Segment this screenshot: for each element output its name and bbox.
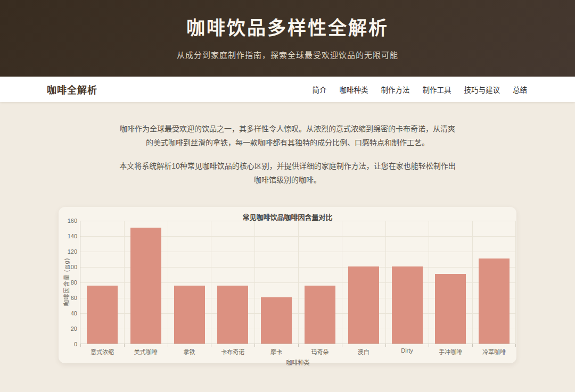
intro-section: 咖啡作为全球最受欢迎的饮品之一，其多样性令人惊叹。从浓烈的意式浓缩到绵密的卡布奇…: [117, 122, 458, 187]
brand-logo[interactable]: 咖啡全解析: [47, 82, 97, 96]
x-axis-tick: [515, 344, 516, 347]
x-category-label: 意式浓缩: [80, 347, 124, 356]
x-category-label: 玛奇朵: [298, 347, 342, 356]
y-tick-label: 100: [55, 264, 77, 270]
gridline-vertical: [211, 221, 211, 344]
x-axis-tick: [211, 344, 211, 347]
x-axis-tick: [80, 344, 81, 347]
x-axis-tick: [298, 344, 299, 347]
x-category-label: 澳白: [342, 347, 385, 356]
y-tick-label: 0: [55, 341, 77, 347]
plot-area: 咖啡因含量 (mg) 咖啡种类 020406080100120140160意式浓…: [80, 221, 515, 344]
y-tick-label: 120: [55, 248, 77, 255]
nav-item-coffee-types[interactable]: 咖啡种类: [340, 84, 368, 95]
x-axis-tick: [124, 344, 125, 347]
page-title: 咖啡饮品多样性全解析: [0, 0, 575, 40]
y-tick-label: 140: [55, 233, 77, 239]
x-axis-tick: [168, 344, 168, 347]
gridline-vertical: [124, 221, 125, 344]
gridline-vertical: [515, 221, 516, 344]
x-category-label: 拿铁: [168, 347, 211, 356]
gridline-vertical: [385, 221, 386, 344]
gridline-vertical: [472, 221, 473, 344]
x-category-label: Dirty: [385, 347, 429, 354]
y-tick-label: 160: [55, 218, 77, 224]
x-category-label: 手冲咖啡: [429, 347, 472, 356]
x-category-label: 摩卡: [254, 347, 298, 356]
x-category-label: 卡布奇诺: [211, 347, 254, 356]
x-category-label: 冷萃咖啡: [472, 347, 516, 356]
x-axis-label: 咖啡种类: [80, 358, 515, 366]
bar-1[interactable]: [87, 286, 118, 344]
intro-paragraph-1: 咖啡作为全球最受欢迎的饮品之一，其多样性令人惊叹。从浓烈的意式浓缩到绵密的卡布奇…: [117, 122, 458, 150]
nav-item-tools[interactable]: 制作工具: [423, 84, 451, 95]
x-axis-tick: [254, 344, 255, 347]
x-axis-tick: [472, 344, 473, 347]
bar-9[interactable]: [435, 274, 466, 344]
gridline-vertical: [168, 221, 168, 344]
intro-paragraph-2: 本文将系统解析10种常见咖啡饮品的核心区别，并提供详细的家庭制作方法，让您在家也…: [117, 160, 458, 187]
bar-7[interactable]: [348, 266, 379, 344]
bar-2[interactable]: [130, 228, 161, 344]
nav-item-summary[interactable]: 总结: [513, 84, 527, 95]
y-tick-label: 20: [55, 326, 77, 332]
y-tick-label: 60: [55, 295, 77, 301]
nav-item-intro[interactable]: 简介: [313, 84, 327, 95]
bar-6[interactable]: [305, 286, 335, 344]
gridline-vertical: [429, 221, 429, 344]
gridline-vertical: [298, 221, 299, 344]
hero-header: 咖啡饮品多样性全解析 从成分到家庭制作指南，探索全球最受欢迎饮品的无限可能: [0, 0, 575, 77]
gridline-vertical: [342, 221, 342, 344]
nav-links: 简介 咖啡种类 制作方法 制作工具 技巧与建议 总结: [313, 84, 528, 95]
y-tick-label: 80: [55, 279, 77, 286]
nav-item-brew-methods[interactable]: 制作方法: [381, 84, 410, 95]
x-axis-tick: [385, 344, 386, 347]
bar-5[interactable]: [261, 297, 292, 344]
navbar: 咖啡全解析 简介 咖啡种类 制作方法 制作工具 技巧与建议 总结: [0, 77, 575, 102]
page-subtitle: 从成分到家庭制作指南，探索全球最受欢迎饮品的无限可能: [0, 49, 575, 60]
bar-4[interactable]: [217, 286, 248, 344]
x-axis-tick: [429, 344, 429, 347]
caffeine-chart-card: 常见咖啡饮品咖啡因含量对比 咖啡因含量 (mg) 咖啡种类 0204060801…: [59, 207, 516, 363]
bar-3[interactable]: [174, 286, 205, 344]
nav-item-tips[interactable]: 技巧与建议: [464, 84, 500, 95]
x-axis-tick: [342, 344, 342, 347]
y-tick-label: 40: [55, 310, 77, 316]
gridline-vertical: [254, 221, 255, 344]
bar-8[interactable]: [392, 266, 423, 344]
x-category-label: 美式咖啡: [124, 347, 168, 356]
bar-10[interactable]: [479, 258, 510, 344]
